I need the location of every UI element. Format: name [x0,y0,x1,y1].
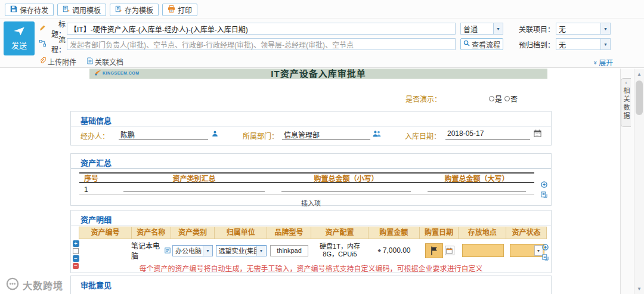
related-docs-link[interactable]: 关联文档 [87,57,123,67]
copy-detail-row-icon[interactable] [542,254,549,262]
department-label: 所属部门： [243,131,278,141]
summary-data-row: 1 [79,183,534,194]
col-asset-config: 资产配置 [311,227,369,239]
related-project-label: 关联项目： [519,24,555,34]
section-asset-detail: 资产明细 资产编号 资产名称 资产类别 归属单位 品牌型号 资产配置 购置金额 … [70,210,552,273]
brand-model-input[interactable]: thinkpad [270,245,308,256]
owner-unit-select[interactable]: 远望实业(集团 ▼ [216,245,267,256]
save-pending-button[interactable]: 保存待发 [5,4,54,16]
flow-input[interactable] [67,38,456,50]
calendar-icon[interactable] [534,129,541,139]
people-icon[interactable] [373,130,381,139]
asset-config-text[interactable]: 硬盘1T，内存8G，CPUi5 [312,243,367,258]
send-button[interactable]: 发送 [4,21,35,55]
brand-model-cell: thinkpad [267,239,311,262]
owner-unit-cell: 远望实业(集团 ▼ [215,239,267,262]
asset-status-select[interactable]: ▼ [510,244,544,257]
send-label: 发送 [11,39,27,51]
related-project-value: 无 [556,24,600,34]
col-storage-location: 存放地点 [459,227,506,239]
related-docs-label: 关联文档 [95,57,123,67]
radio-no[interactable] [504,96,510,101]
logo-swoosh-icon [94,70,101,76]
copy-row-icon[interactable] [541,191,547,200]
call-template-icon [63,5,70,14]
asset-detail-heading: 资产明细 [80,213,112,225]
date-picker-calendar-icon[interactable] [445,246,454,255]
col-owner-unit: 归属单位 [215,227,267,239]
asset-status-cell: ▼ [507,239,547,262]
asset-no-cell[interactable] [79,239,131,262]
radio-yes-label: 是 [495,94,502,104]
vertical-scrollbar[interactable]: ▲ ▼ [634,69,644,294]
storage-location-input[interactable] [462,244,504,257]
asset-category-select[interactable]: 办公电脑 ▼ [172,245,213,256]
demo-row: 是否演示： 是 否 [405,94,441,104]
summary-header-row: 序号 资产类别汇总 购置总金额（小写） 购置总金额（大写） [79,172,534,183]
chevron-down-icon: ▼ [600,23,610,34]
priority-select[interactable]: 普通 ▼ [460,23,503,35]
col-asset-name: 资产名称 [132,227,171,239]
basic-info-heading: 基础信息 [80,114,112,126]
save-template-label: 存为模板 [125,5,153,15]
asset-summary-heading: 资产汇总 [80,157,112,168]
summary-row-actions [541,181,547,200]
title-row: 标题： 普通 ▼ 关联项目： 无 ▼ [39,22,611,35]
call-template-label: 调用模板 [72,5,101,15]
add-row-icon[interactable] [541,181,547,190]
add-row-button[interactable]: + [73,240,79,247]
asset-name-picker-icon[interactable] [165,247,171,253]
save-icon [10,5,17,14]
prearchive-value: 无 [556,39,600,49]
handler-field[interactable]: 陈鹏 [119,129,208,140]
section-divider [71,126,551,126]
col-category: 资产类别汇总 [115,173,273,183]
row-checkbox[interactable] [73,248,79,254]
expand-chevron-icon: » [593,60,599,64]
summary-row-no: 1 [79,185,115,194]
storage-location-cell [459,239,507,262]
scroll-up-button[interactable]: ▲ [634,69,644,79]
demo-radio-group: 是 否 [487,94,518,104]
asset-category-cell: 办公电脑 ▼ [171,239,215,262]
detail-header-row: 资产编号 资产名称 资产类别 归属单位 品牌型号 资产配置 购置金额 购置日期 … [79,227,547,239]
related-data-tab[interactable]: ‹ 相关数据 [621,78,631,127]
asset-category-value: 办公电脑 [173,246,203,255]
inbound-date-field[interactable]: 2018-05-17 [445,129,530,140]
insert-item-link[interactable]: 插入项 [71,198,551,208]
title-input[interactable] [67,23,456,35]
purchase-amount-value[interactable]: 7,000.00 [383,246,411,255]
expand-link[interactable]: » 展开 [594,57,613,67]
upload-attachment-link[interactable]: 上传附件 [39,57,76,67]
watermark: 大数跨境 [6,277,63,293]
document-area: KINGSEEM.COM IT资产设备入库审批单 是否演示： 是 否 基础信息 … [0,69,620,294]
radio-yes[interactable] [489,96,494,101]
department-field[interactable]: 信息管理部 [282,129,370,140]
remove-row-button[interactable]: − [73,255,79,262]
summary-category-field[interactable] [115,184,273,194]
watermark-logo-icon [6,277,19,293]
purchase-date-field[interactable] [425,243,443,258]
printer-icon [168,5,175,14]
summary-amount-upper-field[interactable] [419,184,534,194]
scroll-down-button[interactable]: ▼ [634,284,644,293]
asset-name-value[interactable]: 笔记本电脑 [131,240,163,261]
scroll-thumb[interactable] [636,81,643,115]
paper-plane-icon [13,26,25,38]
view-flow-button[interactable]: 查看流程 [460,38,503,50]
asset-detail-table: 资产编号 资产名称 资产类别 归属单位 品牌型号 资产配置 购置金额 购置日期 … [79,227,547,262]
priority-value: 普通 [461,24,493,34]
print-button[interactable]: 打印 [162,4,197,16]
prearchive-select[interactable]: 无 ▼ [556,38,611,50]
person-icon[interactable] [212,130,218,139]
summary-amount-lower-field[interactable] [273,184,419,194]
attachment-row: 上传附件 关联文档 [39,56,123,67]
col-purchase-amount: 购置金额 [369,227,420,239]
print-label: 打印 [178,5,192,15]
add-detail-row-icon[interactable] [542,244,549,252]
chevron-down-icon: ▼ [493,23,503,34]
inbound-date-label: 入库日期： [405,131,441,141]
related-project-select[interactable]: 无 ▼ [556,23,611,35]
call-template-button[interactable]: 调用模板 [57,4,106,16]
save-template-button[interactable]: 存为模板 [110,4,159,16]
